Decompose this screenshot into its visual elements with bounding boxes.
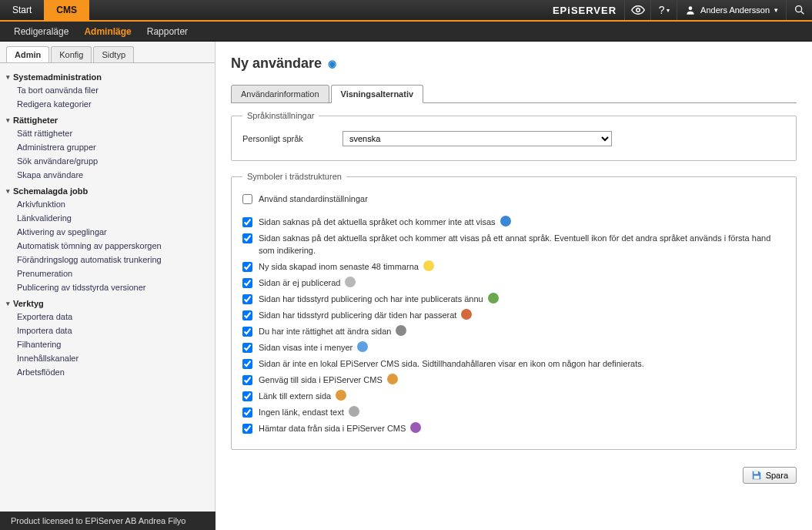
chevron-down-icon: ▾ [774,6,778,14]
menu-bar: Redigeraläge Adminläge Rapporter [0,22,812,42]
sidebar-item[interactable]: Länkvalidering [0,211,215,225]
symbol-icon [488,293,499,304]
tree-symbol-row: Sidan saknas på det aktuella språket och… [242,216,785,228]
sidebar-item[interactable]: Arbetsflöden [0,365,215,379]
top-tab-start[interactable]: Start [0,0,44,20]
menu-reports[interactable]: Rapporter [139,26,195,37]
top-tab-cms[interactable]: CMS [44,0,89,20]
symbol-icon [500,216,511,226]
help-icon[interactable]: ? ▾ [650,0,677,20]
checkbox-tree-symbol[interactable] [242,375,252,385]
tree-symbol-label: Sidan har tidsstyrd publicering där tide… [259,309,456,321]
sidebar-item[interactable]: Förändringslogg automatisk trunkering [0,253,215,267]
help-icon[interactable]: ◉ [328,58,336,69]
legend-tree-symbols: Symboler i trädstrukturen [242,172,346,181]
tree-symbol-label: Sidan saknas på det aktuella språket och… [259,232,785,257]
save-button[interactable]: Spara [743,467,797,484]
tab-display-options[interactable]: Visningsalternativ [331,85,424,103]
sidebar-group-rights[interactable]: ▾Rättigheter [0,111,215,126]
checkbox-tree-symbol[interactable] [242,408,252,418]
sidebar-group-label: Systemadministration [13,72,102,82]
svg-point-1 [689,6,693,10]
legend-language: Språkinställningar [242,111,319,120]
sidebar-group-sysadmin[interactable]: ▾Systemadministration [0,68,215,83]
tree-symbol-row: Sidan är ej publicerad [242,277,785,289]
checkbox-tree-symbol[interactable] [242,343,252,353]
sidebar-item[interactable]: Ta bort oanvända filer [0,83,215,97]
tree-symbol-row: Sidan har tidsstyrd publicering där tide… [242,309,785,321]
tree-symbol-row: Sidan saknas på det aktuella språket och… [242,232,785,257]
sidebar-tab-sidtyp[interactable]: Sidtyp [93,46,134,62]
checkbox-use-default[interactable] [242,194,252,204]
tree-symbol-label: Sidan är inte en lokal EPiServer CMS sid… [259,357,644,370]
checkbox-tree-symbol[interactable] [242,233,252,243]
symbol-icon [423,260,434,271]
select-personal-language[interactable]: svenska [343,131,612,146]
eye-icon[interactable] [624,0,650,20]
chevron-down-icon: ▾ [6,187,10,195]
fieldset-tree-symbols: Symboler i trädstrukturen Använd standar… [231,172,797,450]
checkbox-tree-symbol[interactable] [242,327,252,337]
label-use-default: Använd standardinställningar [259,193,368,205]
content-tabs: Användarinformation Visningsalternativ [231,84,797,103]
sidebar-group-label: Verktyg [13,299,44,308]
checkbox-tree-symbol[interactable] [242,294,252,304]
checkbox-tree-symbol[interactable] [242,310,252,320]
menu-admin-mode[interactable]: Adminläge [76,26,139,37]
sidebar-item[interactable]: Importera data [0,324,215,337]
symbol-icon [410,422,421,433]
sidebar-item[interactable]: Sök användare/grupp [0,154,215,168]
label-personal-language: Personligt språk [242,134,343,143]
tree-symbol-label: Sidan är ej publicerad [259,277,340,289]
sidebar-item[interactable]: Innehållskanaler [0,351,215,365]
checkbox-tree-symbol[interactable] [242,262,252,272]
sidebar-item[interactable]: Administrera grupper [0,140,215,154]
sidebar-item[interactable]: Aktivering av speglingar [0,225,215,239]
search-icon[interactable] [786,0,812,20]
sidebar-group-sched[interactable]: ▾Schemalagda jobb [0,182,215,197]
svg-point-2 [795,6,801,12]
menu-edit-mode[interactable]: Redigeraläge [6,26,76,37]
svg-point-0 [636,8,640,12]
sidebar-item[interactable]: Prenumeration [0,267,215,280]
chevron-down-icon: ▾ [6,300,10,307]
sidebar-item[interactable]: Sätt rättigheter [0,126,215,140]
tree-symbol-row: Ingen länk, endast text [242,406,785,418]
tree-symbol-label: Genväg till sida i EPiServer CMS [259,374,383,386]
sidebar-item[interactable]: Filhantering [0,337,215,351]
content-area: Ny användare ◉ Användarinformation Visni… [216,42,812,512]
sidebar-tab-admin[interactable]: Admin [6,46,49,62]
tree-symbol-label: Sidan saknas på det aktuella språket och… [259,216,496,228]
sidebar-group-label: Schemalagda jobb [13,186,88,196]
checkbox-tree-symbol[interactable] [242,359,252,369]
sidebar-item[interactable]: Arkivfunktion [0,197,215,211]
sidebar-group-label: Rättigheter [13,116,58,125]
checkbox-tree-symbol[interactable] [242,391,252,401]
sidebar: Admin Konfig Sidtyp ▾Systemadministratio… [0,42,216,512]
checkbox-tree-symbol[interactable] [242,278,252,288]
tree-symbol-row: Sidan visas inte i menyer [242,341,785,354]
sidebar-tab-konfig[interactable]: Konfig [51,46,92,62]
tree-symbol-row: Länk till extern sida [242,390,785,402]
chevron-down-icon: ▾ [6,116,10,124]
symbol-icon [349,406,359,417]
tree-symbol-row: Hämtar data från sida i EPiServer CMS [242,422,785,434]
sidebar-item[interactable]: Redigera kategorier [0,97,215,111]
checkbox-tree-symbol[interactable] [242,424,252,434]
sidebar-item[interactable]: Automatisk tömning av papperskorgen [0,239,215,253]
sidebar-item[interactable]: Publicering av tidsstyrda versioner [0,280,215,294]
sidebar-item[interactable]: Exportera data [0,310,215,324]
symbol-icon [357,341,368,352]
tree-symbol-label: Du har inte rättighet att ändra sidan [259,325,391,337]
tab-user-info[interactable]: Användarinformation [231,85,329,103]
tree-symbol-row: Du har inte rättighet att ändra sidan [242,325,785,337]
sidebar-group-tools[interactable]: ▾Verktyg [0,294,215,310]
sidebar-item[interactable]: Skapa användare [0,168,215,182]
page-title: Ny användare ◉ [231,55,797,72]
tree-symbol-label: Sidan har tidsstyrd publicering och har … [259,293,483,305]
sidebar-tabs: Admin Konfig Sidtyp [0,46,215,63]
symbol-icon [345,277,356,287]
user-menu[interactable]: Anders Andersson ▾ [677,0,786,20]
user-name: Anders Andersson [700,5,770,15]
checkbox-tree-symbol[interactable] [242,217,252,227]
